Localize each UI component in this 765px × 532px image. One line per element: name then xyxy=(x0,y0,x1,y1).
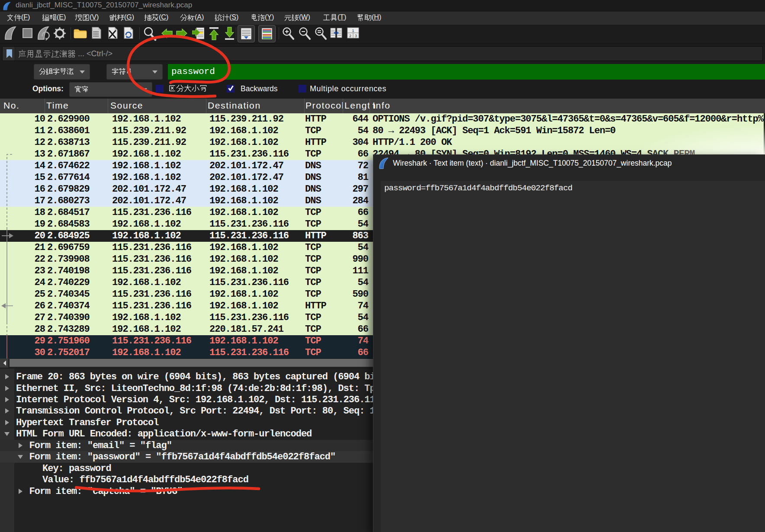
svg-text:3: 3 xyxy=(355,34,357,38)
svg-text:2: 2 xyxy=(349,34,351,38)
svg-text:1: 1 xyxy=(352,29,354,33)
